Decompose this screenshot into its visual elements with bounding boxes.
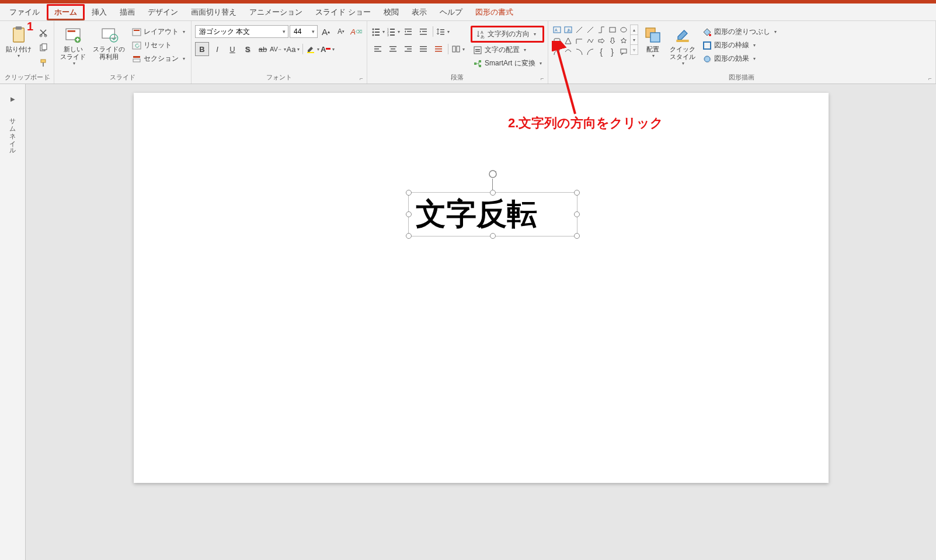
effects-icon [702,54,712,64]
resize-handle-bl[interactable] [406,233,412,239]
quick-styles-button[interactable]: クイック スタイル [667,25,698,67]
strikethrough-button[interactable]: ab [256,42,270,56]
change-case-button[interactable]: Aa [286,42,300,56]
shape-connector[interactable] [596,25,607,35]
tab-help[interactable]: ヘルプ [434,5,468,20]
tab-home[interactable]: ホーム [47,4,85,20]
shape-textbox[interactable]: A [552,25,562,35]
tab-insert[interactable]: 挿入 [86,5,113,20]
resize-handle-tl[interactable] [406,190,412,196]
format-painter-button[interactable] [36,56,50,70]
tab-transitions[interactable]: 画面切り替え [185,5,242,20]
paragraph-launcher[interactable]: ⌐ [539,75,546,82]
copy-button[interactable] [36,41,50,55]
textbox-content[interactable]: 文字反転 [416,194,537,235]
shape-elbow[interactable] [574,36,584,46]
clear-format-button[interactable]: A⌫ [349,25,363,39]
font-launcher[interactable]: ⌐ [358,75,365,82]
new-slide-button[interactable]: 新しい スライド [58,25,88,67]
shape-oval[interactable] [618,25,629,35]
shape-arc3[interactable] [585,47,596,57]
shape-callout[interactable] [618,47,629,57]
layout-button[interactable]: レイアウト [130,26,187,38]
selected-textbox[interactable]: 文字反転 [408,192,577,236]
drawing-launcher[interactable]: ⌐ [927,75,934,82]
cut-button[interactable] [36,26,50,40]
shape-fill-button[interactable]: 図形の塗りつぶし [700,26,779,38]
char-spacing-button[interactable]: AV↔ [271,42,285,56]
annotation-number-1: 1 [27,20,33,33]
numbering-button[interactable]: 123 [386,25,400,39]
decrease-font-button[interactable]: A▾ [334,25,348,39]
shape-brace-r[interactable]: } [607,47,618,57]
decrease-indent-button[interactable] [401,25,415,39]
group-drawing: A あ [548,21,936,84]
svg-rect-46 [405,46,412,47]
shape-arc[interactable] [552,47,562,57]
font-color-button[interactable]: A [321,42,335,56]
arrange-button[interactable]: 配置 [641,25,665,60]
font-size-select[interactable]: 44▾ [290,25,318,38]
underline-button[interactable]: U [225,42,239,56]
rotate-handle[interactable] [488,169,497,179]
bullets-button[interactable] [371,25,385,39]
reset-button[interactable]: リセット [130,39,187,51]
tab-draw[interactable]: 描画 [114,5,141,20]
text-shadow-button[interactable]: S [241,42,255,56]
shape-brace-l[interactable]: { [596,47,607,57]
thumbnail-pane[interactable]: ▶ サムネイル [0,84,26,560]
columns-button[interactable] [451,42,465,56]
align-text-button[interactable]: 文字の配置 [471,44,544,56]
shape-curve[interactable] [563,47,573,57]
shape-effects-button[interactable]: 図形の効果 [700,53,779,65]
section-button[interactable]: セクション [130,53,187,65]
shape-line[interactable] [574,25,584,35]
shape-arrow-d[interactable] [607,36,618,46]
increase-font-button[interactable]: A▴ [319,25,333,39]
gallery-scroll[interactable]: ▴▾▿ [630,25,638,57]
shapes-gallery[interactable]: A あ [552,25,629,57]
outline-icon [702,41,712,50]
shape-line2[interactable] [585,25,596,35]
resize-handle-tr[interactable] [574,190,580,196]
clipboard-launcher[interactable]: ⌐ [45,75,52,82]
tab-review[interactable]: 校閲 [378,5,405,20]
line-spacing-button[interactable] [436,25,450,39]
slide[interactable]: 文字反転 [134,93,829,483]
tab-shape-format[interactable]: 図形の書式 [469,5,519,20]
text-direction-button[interactable]: Aあ文字列の方向 [471,26,544,43]
bold-button[interactable]: B [195,42,209,56]
shape-arc2[interactable] [574,47,584,57]
align-center-button[interactable] [386,42,400,56]
shape-rect[interactable] [607,25,618,35]
slide-canvas-area[interactable]: 文字反転 [26,84,936,560]
resize-handle-ml[interactable] [406,211,412,217]
shape-zigzag[interactable] [585,36,596,46]
justify-button[interactable] [416,42,430,56]
tab-animations[interactable]: アニメーション [243,5,308,20]
shape-arrow-r[interactable] [596,36,607,46]
distribute-button[interactable] [432,42,446,56]
shape-outline-button[interactable]: 図形の枠線 [700,39,779,51]
font-name-select[interactable]: 游ゴシック 本文▾ [195,25,288,38]
shape-triangle[interactable] [563,36,573,46]
expand-thumbnails-icon[interactable]: ▶ [11,96,15,102]
italic-button[interactable]: I [210,42,224,56]
shape-vtextbox[interactable]: あ [563,25,573,35]
resize-handle-br[interactable] [574,233,580,239]
shape-roundrect[interactable] [552,36,562,46]
shape-star[interactable] [618,36,629,46]
increase-indent-button[interactable] [416,25,430,39]
tab-view[interactable]: 表示 [406,5,433,20]
tab-file[interactable]: ファイル [4,5,46,20]
tab-slideshow[interactable]: スライド ショー [309,5,377,20]
highlight-button[interactable] [305,42,319,56]
align-left-button[interactable] [371,42,385,56]
convert-smartart-button[interactable]: SmartArt に変換 [471,57,544,69]
resize-handle-bm[interactable] [490,233,496,239]
align-right-button[interactable] [401,42,415,56]
tab-design[interactable]: デザイン [142,5,184,20]
reuse-slides-button[interactable]: スライドの 再利用 [91,25,127,62]
resize-handle-mr[interactable] [574,211,580,217]
resize-handle-tm[interactable] [490,190,496,196]
